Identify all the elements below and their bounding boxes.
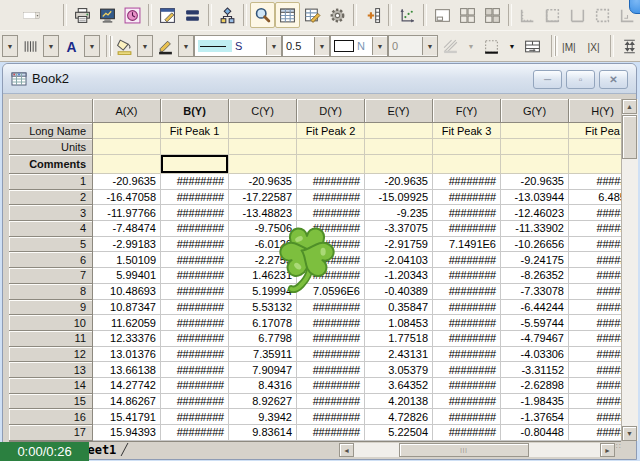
label-cell[interactable] — [229, 123, 297, 139]
table-cell[interactable]: -2.99183 — [93, 237, 161, 253]
table-cell[interactable]: -9.24175 — [501, 252, 569, 268]
axis-frame-1-icon[interactable] — [515, 2, 540, 28]
table-cell[interactable]: ######## — [433, 409, 501, 425]
row-header[interactable]: 13 — [9, 362, 93, 378]
table-cell[interactable]: ######## — [297, 331, 365, 347]
toolbar-dropdown-combo[interactable] — [2, 2, 60, 28]
table-cell[interactable]: -9.235 — [365, 205, 433, 221]
row-header[interactable]: 17 — [9, 425, 93, 441]
table-cell[interactable]: -4.79467 — [501, 331, 569, 347]
line-color-icon[interactable] — [153, 33, 178, 59]
table-cell[interactable]: -20.9635 — [93, 174, 161, 190]
table-cell[interactable]: ###### — [569, 174, 621, 190]
table-cell[interactable]: -11.97766 — [93, 205, 161, 221]
table-cell[interactable]: ######## — [297, 425, 365, 441]
table-cell[interactable]: 6.4857 — [569, 190, 621, 206]
table-cell[interactable]: ######## — [297, 409, 365, 425]
table-cell[interactable]: -2.62898 — [501, 378, 569, 394]
panel-layout-2-icon[interactable] — [455, 2, 480, 28]
table-cell[interactable]: ######## — [161, 284, 229, 300]
table-cell[interactable]: ######## — [433, 378, 501, 394]
label-cell[interactable] — [93, 155, 161, 174]
add-column-icon[interactable] — [360, 2, 385, 28]
label-cell[interactable] — [229, 155, 297, 174]
table-cell[interactable]: -5.59744 — [501, 315, 569, 331]
column-header[interactable]: B(Y) — [161, 99, 229, 123]
label-cell[interactable] — [161, 139, 229, 155]
label-cell[interactable] — [569, 139, 621, 155]
table-cell[interactable]: 10.48693 — [93, 284, 161, 300]
resize-grip[interactable]: ∷ — [608, 443, 621, 457]
table-cell[interactable]: -4.03306 — [501, 347, 569, 363]
axis-frame-2-icon[interactable] — [540, 2, 565, 28]
label-cell[interactable]: Fit Peak 2 — [297, 123, 365, 139]
table-cell[interactable]: 15.41791 — [93, 409, 161, 425]
table-cell[interactable]: 5.53132 — [229, 300, 297, 316]
table-cell[interactable]: -12.46023 — [501, 205, 569, 221]
table-cell[interactable]: 12.33376 — [93, 331, 161, 347]
column-header[interactable]: E(Y) — [365, 99, 433, 123]
table-cell[interactable]: -16.47058 — [93, 190, 161, 206]
minimize-button[interactable]: ─ — [533, 70, 562, 89]
chevron-down-icon[interactable]: ▼ — [314, 37, 329, 55]
label-cell[interactable] — [501, 155, 569, 174]
table-cell[interactable]: 7.1491E6 — [433, 237, 501, 253]
table-cell[interactable]: -3.31152 — [501, 362, 569, 378]
tick-spacing-dropdown-icon[interactable]: ▼ — [43, 35, 59, 57]
table-cell[interactable]: ######## — [161, 331, 229, 347]
row-label-header[interactable]: Units — [9, 139, 93, 155]
table-cell[interactable]: 8.92627 — [229, 394, 297, 410]
table-cell[interactable]: ######## — [161, 174, 229, 190]
hatch-pattern-icon[interactable] — [438, 33, 463, 59]
timer-icon[interactable] — [120, 2, 145, 28]
table-cell[interactable]: -7.33078 — [501, 284, 569, 300]
close-button[interactable]: ✕ — [599, 70, 628, 89]
table-cell[interactable]: -7.48474 — [93, 221, 161, 237]
table-cell[interactable]: ######## — [161, 315, 229, 331]
vertical-scrollbar[interactable]: ▲ ▼ — [621, 99, 638, 441]
table-cell[interactable]: -8.26352 — [501, 268, 569, 284]
table-cell[interactable]: ###### — [569, 300, 621, 316]
chevron-down-icon[interactable]: ▼ — [422, 37, 437, 55]
table-cell[interactable]: 6.7798 — [229, 331, 297, 347]
row-header[interactable]: 6 — [9, 252, 93, 268]
label-cell[interactable] — [365, 155, 433, 174]
row-header[interactable]: 16 — [9, 409, 93, 425]
cell-borders-icon[interactable] — [479, 33, 504, 59]
table-cell[interactable]: ######## — [161, 425, 229, 441]
table-cell[interactable]: ###### — [569, 425, 621, 441]
border-style-combo[interactable]: N ▼ — [330, 35, 388, 57]
line-width-combo[interactable]: 0.5 ▼ — [282, 35, 330, 57]
table-cell[interactable]: ###### — [569, 331, 621, 347]
table-cell[interactable]: ######## — [297, 315, 365, 331]
label-cell[interactable] — [93, 139, 161, 155]
table-cell[interactable]: ######## — [433, 221, 501, 237]
table-cell[interactable]: ###### — [569, 394, 621, 410]
row-spacing-icon[interactable] — [617, 33, 640, 59]
table-cell[interactable]: ######## — [161, 409, 229, 425]
table-cell[interactable]: -15.09925 — [365, 190, 433, 206]
column-header[interactable]: D(Y) — [297, 99, 365, 123]
label-cell[interactable]: Fit Peak 1 — [161, 123, 229, 139]
table-cell[interactable]: 11.62059 — [93, 315, 161, 331]
screen-preview-icon[interactable] — [95, 2, 120, 28]
font-color-dropdown-icon[interactable]: ▼ — [84, 35, 100, 57]
table-cell[interactable]: 10.87347 — [93, 300, 161, 316]
table-cell[interactable]: ######## — [161, 378, 229, 394]
line-color-dropdown-icon[interactable]: ▼ — [178, 35, 194, 57]
table-cell[interactable]: -1.37654 — [501, 409, 569, 425]
row-header[interactable]: 15 — [9, 394, 93, 410]
project-explorer-icon[interactable] — [215, 2, 240, 28]
table-cell[interactable]: ######## — [297, 300, 365, 316]
worksheet-grid-icon[interactable] — [275, 2, 300, 28]
restore-button[interactable]: ▫ — [566, 70, 595, 89]
table-cell[interactable]: 15.94393 — [93, 425, 161, 441]
chevron-down-icon[interactable]: ▼ — [2, 35, 18, 57]
axis-frame-3-icon[interactable] — [565, 2, 590, 28]
row-header[interactable]: 8 — [9, 284, 93, 300]
table-cell[interactable]: ######## — [433, 300, 501, 316]
line-style-combo[interactable]: S ▼ — [194, 35, 282, 57]
table-cell[interactable]: ######## — [433, 331, 501, 347]
label-cell[interactable] — [365, 139, 433, 155]
table-cell[interactable]: -10.26656 — [501, 237, 569, 253]
